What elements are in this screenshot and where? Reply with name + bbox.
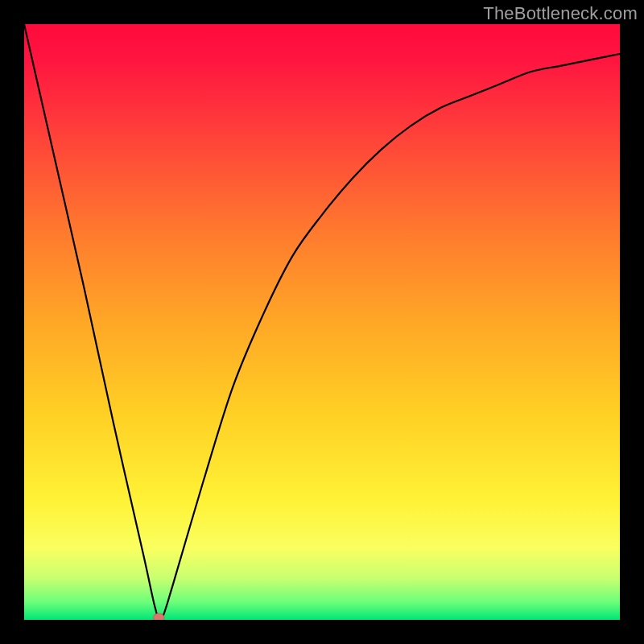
plot-area xyxy=(24,24,620,620)
chart-frame: TheBottleneck.com xyxy=(0,0,644,644)
bottleneck-curve xyxy=(24,24,620,620)
plot-svg xyxy=(24,24,620,620)
watermark-text: TheBottleneck.com xyxy=(483,3,638,24)
optimal-point-marker xyxy=(153,613,164,620)
